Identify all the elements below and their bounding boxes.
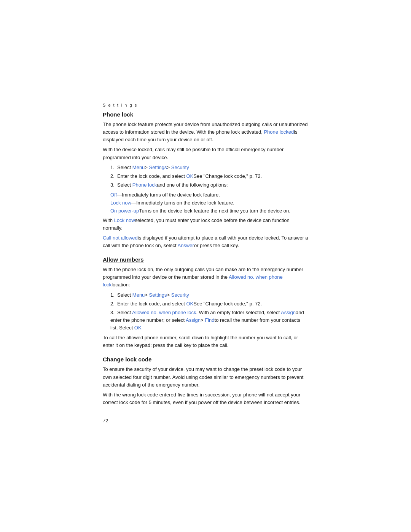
option-locknow: Lock now—Immediately turns on the device… (110, 199, 308, 207)
allow-numbers-para1: With the phone lock on, the only outgoin… (103, 266, 308, 289)
change-lock-para1: To ensure the security of your device, y… (103, 366, 308, 388)
phone-lock-step2: 2. Enter the lock code, and select OKSee… (110, 173, 308, 180)
phone-lock-callnotallowed: Call not allowedis displayed if you atte… (103, 234, 308, 249)
option-onpowerup: On power-upTurns on the device lock feat… (110, 207, 308, 215)
allow-numbers-step1: 1. Select Menu> Settings> Security (110, 291, 308, 299)
phone-lock-para1: The phone lock feature protects your dev… (103, 121, 308, 144)
section-label: S e t t i n g s (103, 103, 308, 107)
allow-numbers-heading: Allow numbers (103, 256, 308, 263)
phone-lock-section: Phone lock The phone lock feature protec… (103, 111, 308, 249)
allow-numbers-steps: 1. Select Menu> Settings> Security 2. En… (110, 291, 308, 332)
phone-lock-options: Off—Immediately turns off the device loc… (110, 191, 308, 215)
allow-numbers-section: Allow numbers With the phone lock on, th… (103, 256, 308, 349)
page-content: S e t t i n g s Phone lock The phone loc… (0, 0, 411, 532)
phone-lock-locknow-para: With Lock nowselected, you must enter yo… (103, 217, 308, 232)
change-lock-para2: With the wrong lock code entered five ti… (103, 391, 308, 406)
phone-lock-heading: Phone lock (103, 111, 308, 118)
allow-numbers-step2: 2. Enter the lock code, and select OKSee… (110, 300, 308, 308)
allow-numbers-step3: 3. Select Allowed no. when phone lock. W… (110, 309, 308, 332)
phone-lock-steps: 1. Select Menu> Settings> Security 2. En… (110, 164, 308, 189)
option-off: Off—Immediately turns off the device loc… (110, 191, 308, 199)
allow-numbers-para2: To call the allowed phone number, scroll… (103, 334, 308, 349)
change-lock-heading: Change lock code (103, 356, 308, 363)
change-lock-section: Change lock code To ensure the security … (103, 356, 308, 406)
phone-lock-step1: 1. Select Menu> Settings> Security (110, 164, 308, 171)
phone-lock-step3: 3. Select Phone lockand one of the follo… (110, 181, 308, 189)
page-number: 72 (103, 418, 308, 423)
phone-lock-para2: With the device locked, calls may still … (103, 146, 308, 161)
